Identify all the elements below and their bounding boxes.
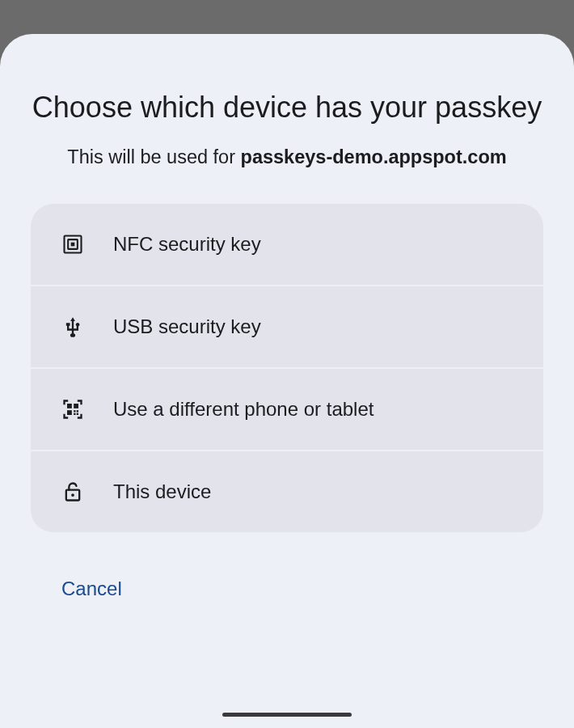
subtitle-domain: passkeys-demo.appspot.com — [241, 146, 507, 167]
cancel-button[interactable]: Cancel — [61, 571, 122, 607]
option-label: NFC security key — [113, 233, 261, 256]
sheet-subtitle: This will be used for passkeys-demo.apps… — [31, 146, 543, 168]
sheet-title: Choose which device has your passkey — [31, 89, 543, 127]
subtitle-prefix: This will be used for — [67, 146, 240, 167]
option-this-device[interactable]: This device — [31, 451, 543, 532]
svg-rect-2 — [71, 242, 75, 246]
sheet-footer: Cancel — [31, 571, 543, 607]
option-label: Use a different phone or tablet — [113, 398, 374, 421]
svg-rect-8 — [74, 413, 75, 414]
option-label: This device — [113, 480, 211, 503]
passkey-device-chooser-sheet: Choose which device has your passkey Thi… — [0, 34, 574, 728]
lock-open-icon — [61, 480, 84, 503]
option-usb-security-key[interactable]: USB security key — [31, 286, 543, 369]
device-options-list: NFC security key USB security key — [31, 204, 543, 532]
home-indicator[interactable] — [222, 713, 352, 717]
option-nfc-security-key[interactable]: NFC security key — [31, 204, 543, 286]
svg-point-11 — [71, 493, 74, 497]
option-label: USB security key — [113, 315, 261, 338]
svg-rect-6 — [74, 410, 75, 412]
svg-rect-4 — [74, 404, 78, 408]
option-different-phone-tablet[interactable]: Use a different phone or tablet — [31, 369, 543, 451]
qr-icon — [61, 398, 84, 421]
svg-rect-7 — [77, 410, 78, 412]
svg-rect-9 — [77, 413, 78, 414]
svg-rect-3 — [67, 404, 72, 408]
nfc-icon — [61, 233, 84, 256]
usb-icon — [61, 315, 84, 338]
svg-rect-5 — [67, 410, 72, 415]
